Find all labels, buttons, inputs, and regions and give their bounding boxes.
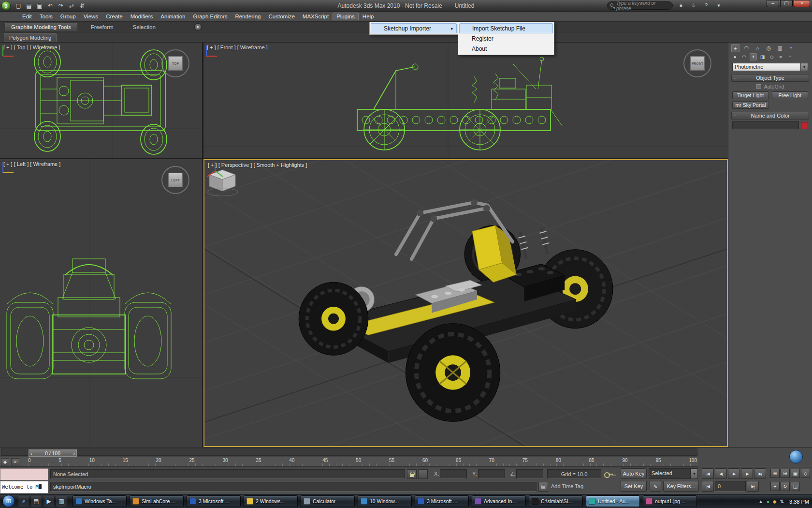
key-next-button[interactable]: ▶|	[747, 481, 759, 492]
play-button[interactable]: ▶	[728, 468, 740, 479]
new-key-filter-icon[interactable]: ∿	[650, 481, 661, 492]
helpers-category-icon[interactable]: ◇	[768, 53, 775, 60]
track-bar[interactable]: ◆ ≡ 051015202530354045505560657075808590…	[0, 457, 698, 467]
menu-item-views[interactable]: Views	[80, 13, 102, 20]
keymode-icon[interactable]: ◆	[1, 458, 9, 465]
help-icon[interactable]: ?	[702, 1, 710, 10]
maxscript-mini-listener[interactable]	[0, 468, 48, 480]
curve-editor-icon[interactable]: ≡	[11, 458, 19, 465]
next-frame-button[interactable]: |▶	[741, 468, 753, 479]
submenu-item-register[interactable]: Register	[459, 33, 553, 44]
zoom-extents-icon[interactable]: ▣	[791, 469, 800, 478]
selection-lock-icon[interactable]	[407, 469, 417, 479]
field-of-view-icon[interactable]: ◇	[801, 469, 810, 478]
explorer-icon[interactable]: ▥	[56, 496, 67, 507]
unlink-icon[interactable]: ⇵	[77, 1, 87, 10]
ie-icon[interactable]: e	[18, 496, 29, 507]
absolute-mode-icon[interactable]	[418, 469, 428, 479]
clipboard-icon[interactable]: ▤	[538, 482, 548, 492]
submenu-item-import-sketchup-file[interactable]: Import Sketchup File	[459, 23, 553, 33]
taskbar-button-3-microsoft[interactable]: 3 Microsoft ...	[415, 495, 469, 507]
menu-item-maxscript[interactable]: MAXScript	[299, 13, 333, 20]
menu-item-sketchup-importer[interactable]: Sketchup Importer ▸	[371, 23, 457, 33]
modify-tab-icon[interactable]: ◠	[742, 44, 751, 52]
menu-item-tools[interactable]: Tools	[36, 13, 57, 20]
utilities-tab-icon[interactable]: *	[787, 44, 795, 52]
open-file-icon[interactable]: ▤	[24, 1, 34, 10]
taskbar-button-3-microsoft[interactable]: 3 Microsoft ...	[187, 495, 241, 507]
media-player-icon[interactable]: ▶	[44, 496, 54, 507]
hierarchy-tab-icon[interactable]: ⌂	[754, 44, 762, 52]
menu-item-rendering[interactable]: Rendering	[231, 13, 264, 20]
time-slider-track[interactable]: ‹ 0 / 100 ›	[1, 448, 697, 456]
taskbar-button-untitled-au[interactable]: Untitled - Au...	[586, 495, 640, 507]
tray-app-icon[interactable]: ●	[767, 499, 769, 504]
spacewarps-category-icon[interactable]: ≈	[777, 53, 784, 60]
chevron-down-icon[interactable]: ▼	[691, 468, 698, 479]
menu-item-graph-editors[interactable]: Graph Editors	[189, 13, 231, 20]
goto-start-button[interactable]: |◀	[702, 468, 714, 479]
menu-item-plugins[interactable]: Plugins	[333, 13, 359, 20]
selection-set-dropdown[interactable]: Selected ▼	[649, 468, 698, 479]
listener-input-line[interactable]: skpImportMacro	[50, 482, 536, 492]
undo-icon[interactable]: ↶	[45, 1, 55, 10]
motion-tab-icon[interactable]: ◎	[765, 44, 773, 52]
viewport-perspective[interactable]: [ + ] [ Perspective ] [ Smooth + Highlig…	[203, 159, 728, 447]
ribbon-toggle-button[interactable]: ●	[194, 23, 202, 30]
next-frame-arrow-icon[interactable]: ›	[73, 450, 75, 456]
taskbar-button-advanced-in[interactable]: Advanced In...	[472, 495, 526, 507]
save-file-icon[interactable]: ▣	[35, 1, 44, 10]
submenu-item-about[interactable]: About	[459, 44, 553, 54]
panel-polygon-modeling[interactable]: Polygon Modeling	[4, 33, 57, 42]
taskbar-button-calculator[interactable]: Calculator	[301, 495, 355, 507]
viewport-left[interactable]: [ + ] [ Left ] [ Wireframe ] LEFT	[0, 159, 202, 447]
prev-frame-button[interactable]: ◀|	[715, 468, 727, 479]
communication-center-icon[interactable]: ▾	[714, 1, 723, 10]
star-outline-icon[interactable]: ☆	[689, 1, 698, 10]
tray-shield-icon[interactable]: ◆	[773, 499, 777, 504]
collapse-icon[interactable]: −	[732, 75, 739, 81]
app-logo-icon[interactable]: 3	[1, 1, 11, 10]
create-tab-icon[interactable]: +	[731, 44, 740, 52]
redo-icon[interactable]: ↷	[56, 1, 66, 10]
maxscript-listener-output[interactable]: Welcome to M	[0, 481, 48, 493]
autogrid-checkbox[interactable]	[756, 84, 761, 89]
menu-item-edit[interactable]: Edit	[18, 13, 36, 20]
start-button[interactable]: ⊞	[2, 495, 15, 508]
object-name-field[interactable]	[732, 121, 799, 129]
taskbar-button-simlabcore[interactable]: SimLabCore ...	[130, 495, 184, 507]
name-color-rollout[interactable]: − Name and Color	[731, 112, 809, 120]
add-time-tag[interactable]: Add Time Tag	[551, 483, 583, 489]
keyboard-override-icon[interactable]	[604, 472, 614, 477]
mr-sky-portal-button[interactable]: mr Sky Portal	[732, 101, 769, 109]
collapse-icon[interactable]: −	[732, 113, 739, 119]
taskbar-button-output1-jpg[interactable]: output1.jpg ...	[643, 495, 697, 507]
light-type-dropdown[interactable]: Photometric ▼	[732, 63, 808, 71]
object-type-rollout[interactable]: − Object Type	[731, 74, 809, 82]
maximize-button[interactable]: ▢	[780, 0, 793, 7]
menu-item-create[interactable]: Create	[102, 13, 127, 20]
set-key-button[interactable]: Set Key	[621, 481, 647, 492]
network-icon[interactable]: ⇅	[780, 499, 784, 504]
viewport-top[interactable]: [ + ] [ Top ] [ Wireframe ] TOP	[0, 43, 202, 158]
taskbar-button-2-windows[interactable]: 2 Windows...	[244, 495, 298, 507]
current-frame-field[interactable]: 0	[715, 481, 746, 492]
menu-item-animation[interactable]: Animation	[157, 13, 189, 20]
search-input[interactable]: Type a keyword or phrase	[607, 1, 673, 10]
display-tab-icon[interactable]: ▥	[776, 44, 784, 52]
new-scene-icon[interactable]: ▢	[14, 1, 23, 10]
free-light-button[interactable]: Free Light	[772, 91, 809, 99]
shapes-category-icon[interactable]: ◠	[740, 53, 748, 60]
object-color-swatch[interactable]	[801, 122, 808, 129]
taskbar-button-10-window[interactable]: 10 Window...	[358, 495, 412, 507]
minimize-button[interactable]: –	[767, 0, 779, 7]
steering-wheel-icon[interactable]	[789, 450, 803, 463]
auto-key-button[interactable]: Auto Key	[621, 468, 647, 479]
favorites-star-icon[interactable]: ★	[677, 1, 685, 10]
show-hidden-icons[interactable]: ▲	[758, 499, 763, 504]
zoom-all-icon[interactable]: ⊞	[781, 469, 790, 478]
select-link-icon[interactable]: ⇄	[67, 1, 76, 10]
menu-item-group[interactable]: Group	[57, 13, 80, 20]
key-filters-button[interactable]: Key Filters...	[663, 481, 699, 492]
time-slider-handle[interactable]: ‹ 0 / 100 ›	[29, 449, 77, 457]
